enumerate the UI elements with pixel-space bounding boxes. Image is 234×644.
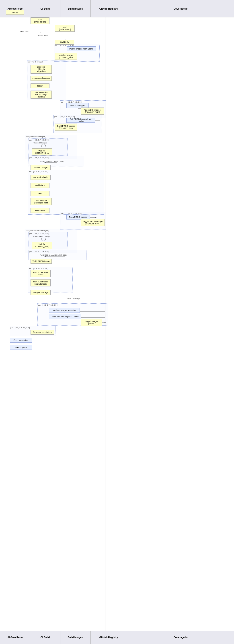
wait-ci-commit-box: Wait for[COMMIT_SHA] (32, 148, 52, 156)
par-range-label-7: [ 3.6, 3.7, 3.8, 3.9 ] (67, 212, 82, 214)
test-examples-box: Test examplesPROD image building (30, 90, 52, 98)
push-constraints-box: Push constraints (10, 338, 32, 343)
tagged-images-latest-box: Tagged Images[latest] (81, 319, 102, 326)
verify-prod-image-box: Verify PROD Image (30, 259, 52, 264)
run-static-checks-box: Run static checks (30, 175, 51, 180)
par-range-label-11: [ 3.6, 3.7, 3.8, 3.9 ] (42, 304, 57, 306)
build-prod-images-box: Build PROD Images[COMMIT_SHA] (55, 124, 77, 131)
par-label-4: par (29, 139, 32, 141)
push-write-token-1-box: push[Write Token] (30, 18, 49, 24)
par-label-10: par (29, 268, 31, 270)
upload-coverage-label: Upload Coverage (66, 298, 80, 300)
check-ci-images-label: Check CI Images (33, 142, 47, 144)
par-range-label-12: [ 3.6, 3.7, 3.8, 3.9 ] (15, 327, 30, 329)
par-range-label-2: [ 3.6, 3.7, 3.8, 3.9 ] (67, 101, 82, 103)
verify-ci-image-box: Verify CI Image (30, 165, 51, 170)
swimlane-footer-airflow-repo: Airflow Repo (0, 630, 30, 644)
tagged-ci-images-box: Tagged CI Images[COMMIT_SHA] (81, 108, 104, 115)
run-k8s-tests-box: Run Kubernetestests (30, 270, 51, 277)
generate-constraints-box: Generate constraints (30, 330, 54, 334)
swimlane-footer-ci-build: CI Build (30, 630, 60, 644)
swimlane-footer-label-github-registry: GitHub Registry (99, 636, 118, 639)
openapi-client-gen-box: OpenAPI client gen (30, 76, 52, 81)
push-write-token-2-box: push[Write Token] (55, 25, 75, 32)
par-range-label-5: [ 3.6, 3.7, 3.8, 3.9 ] (34, 157, 49, 159)
wait-prod-commit-box: Wait for[COMMIT_SHA] (32, 242, 52, 249)
merge-box: merge (6, 10, 24, 15)
merge-coverage-box: Merge Coverage (30, 290, 51, 295)
run-k8s-upgrade-box: Run Kubernetesupgrade tests (30, 279, 51, 286)
trigger-push-label-1: Trigger 'push' (19, 30, 29, 32)
par-label-11: par (38, 304, 41, 306)
par-label-7: par (61, 212, 63, 214)
pull-prod-images-cache-box: Pull PROD Images from Cache (66, 118, 95, 123)
test-ui-box: Test UI (30, 84, 49, 88)
swimlane-footer-build-images: Build Images (60, 630, 90, 644)
swimlane-footer-label-coverage-io: Coverage.io (174, 636, 188, 639)
swimlane-footer-github-registry: GitHub Registry (90, 630, 127, 644)
swimlane-header-github-registry: GitHub Registry (90, 0, 127, 18)
par-range-label-4: [ 3.6, 3.7, 3.8, 3.9 ] (34, 139, 49, 141)
par-label-8: par (29, 233, 32, 235)
swimlane-header-airflow-repo: Airflow Repo (0, 0, 30, 18)
par-range-label-6: [ 3.6, 3.7, 3.8, 3.9 ] (33, 171, 48, 173)
pull-ci-images-cache-box: Pull CI Images from Cache (67, 46, 96, 51)
loop-symbol-ci (41, 144, 46, 147)
swimlane-header-build-images: Build Images (60, 0, 90, 18)
build-ci-images-box: Build CI Images[COMMIT_SHA] (55, 53, 77, 60)
swimlane-label-github-registry: GitHub Registry (99, 7, 118, 10)
check-prod-images-label: Check PROD Images (33, 236, 50, 238)
loop-wait-ci-label: loop [ Wait for CI images ] (26, 136, 46, 138)
build-docs-box: Build docs (30, 183, 49, 188)
status-update-box: Status update (10, 345, 32, 350)
push-prod-cache-box: Push PROD Images to Cache (49, 314, 81, 319)
swimlane-footer-label-ci-build: CI Build (40, 636, 50, 639)
tests-box: Tests (30, 191, 49, 196)
loop-wait-prod-label: loop[ Wait for PROD images ] (26, 230, 49, 232)
par-range-label-1: [ 3.6, 3.7, 3.8, 3.9 ] (60, 44, 75, 46)
par-range-label-3: [ 3.6, 3.7, 3.8, 3.9 ] (60, 116, 75, 118)
push-ci-images-box: Push CI Images (66, 103, 89, 108)
swimlane-footer-label-airflow-repo: Airflow Repo (7, 636, 23, 639)
swimlane-header-coverage-io: Coverage.io (127, 0, 234, 18)
par-label-9: par (29, 250, 32, 252)
trigger-push-label-2: Trigger 'push' (38, 34, 49, 36)
par-label-12: par (10, 327, 13, 329)
par-range-label-8: [ 3.6, 3.7, 3.8, 3.9 ] (34, 233, 49, 235)
diagram-container: Airflow Repo CI Build Build Images GitHu… (0, 0, 234, 644)
build-info-all-tests-box: Build InfoAll testsAll python (30, 65, 52, 74)
par-label-2: par (61, 101, 63, 103)
pull-ci-commit-label: Pull CI Image [COMMIT_SHA] (40, 160, 64, 162)
push-ci-cache-box: Push CI Images to Cache (49, 308, 80, 313)
par-range-label-9: [ 3.6, 3.7, 3.8, 3.9 ] (34, 250, 49, 252)
swimlane-label-ci-build: CI Build (40, 7, 50, 10)
helm-tests-box: Helm tests (30, 208, 49, 213)
par-label-6: par (29, 171, 31, 173)
par-label-1: par (55, 44, 57, 46)
swimlane-footer-label-build-images: Build Images (67, 636, 83, 639)
par-label-3: par (54, 116, 57, 118)
swimlane-label-coverage-io: Coverage.io (174, 7, 188, 10)
swimlane-header-ci-build: CI Build (30, 0, 60, 18)
swimlane-footer-coverage-io: Coverage.io (127, 630, 234, 644)
par-no-ci-label: par [ No CI Image ] (28, 61, 43, 63)
par-range-label-10: [ 3.6, 3.7, 3.8, 3.9 ] (33, 268, 48, 270)
push-prod-images-box: Push PROD Images (66, 214, 90, 220)
par-label-5: par (29, 157, 32, 159)
tagged-prod-images-box: Tagged PROD Images[COMMIT_SHA] (81, 219, 105, 226)
loop-symbol-prod (41, 238, 46, 241)
swimlane-label-build-images: Build Images (67, 7, 83, 10)
pull-prod-commit-label: Pull PROD Image [COMMIT_SHA] (40, 254, 67, 256)
test-provider-packages-box: Test providerpackages build (30, 198, 52, 205)
